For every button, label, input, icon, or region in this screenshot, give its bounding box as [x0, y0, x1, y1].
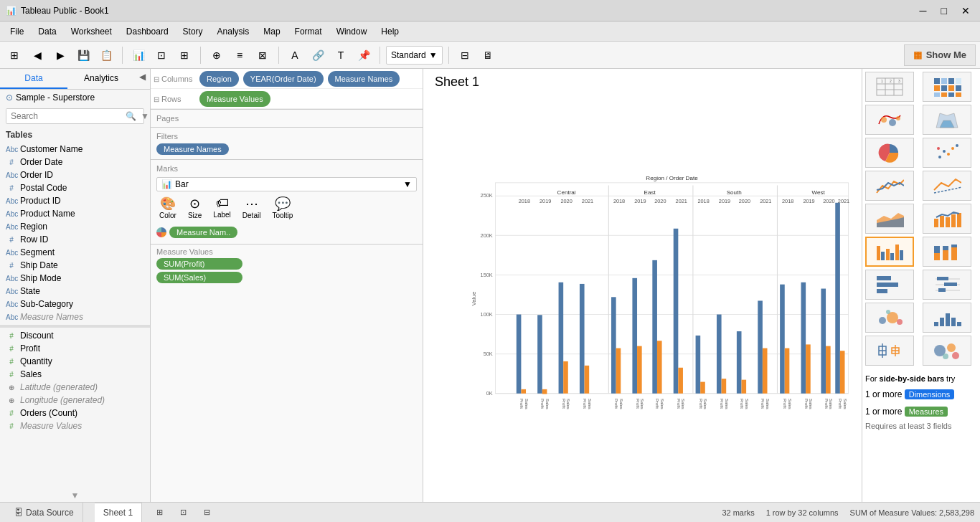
duplicate-sheet-btn[interactable]: ⊡ — [177, 506, 189, 518]
toolbar-pin-btn[interactable]: 📌 — [354, 45, 374, 65]
field-ship-date[interactable]: # Ship Date — [0, 259, 150, 272]
field-order-id[interactable]: Abc Order ID — [0, 169, 150, 181]
field-customer-name[interactable]: Abc Customer Name — [0, 143, 150, 156]
field-measure-names[interactable]: Abc Measure Names — [0, 310, 150, 323]
toolbar-fix-btn[interactable]: ≡ — [230, 45, 250, 65]
search-bar[interactable]: 🔍 ▼ ⊞ — [6, 108, 144, 124]
menu-worksheet[interactable]: Worksheet — [64, 24, 119, 39]
chart-type-gantt[interactable] — [923, 270, 971, 300]
search-input[interactable] — [6, 109, 123, 123]
chart-type-heatmap[interactable] — [923, 72, 971, 102]
toolbar-device-btn[interactable]: 🖥 — [478, 45, 498, 65]
close-panel-btn[interactable]: ◀ — [135, 69, 150, 89]
field-sales[interactable]: # Sales — [0, 368, 150, 381]
field-state[interactable]: Abc State — [0, 285, 150, 298]
remove-sheet-btn[interactable]: ⊟ — [201, 506, 213, 518]
toolbar-back-btn[interactable]: ◀ — [27, 45, 47, 65]
field-order-date[interactable]: # Order Date — [0, 156, 150, 169]
toolbar-saveas-btn[interactable]: 📋 — [96, 45, 116, 65]
field-longitude[interactable]: ⊕ Longitude (generated) — [0, 394, 150, 407]
columns-pill-measures[interactable]: Measure Names — [328, 71, 400, 87]
show-me-button[interactable]: ▦ Show Me — [904, 44, 976, 66]
toolbar-highlight-btn[interactable]: A — [285, 45, 305, 65]
field-product-id[interactable]: Abc Product ID — [0, 194, 150, 207]
marks-type-dropdown[interactable]: 📊 Bar ▼ — [156, 177, 417, 191]
filter-pill-measure-names[interactable]: Measure Names — [156, 143, 229, 155]
menu-file[interactable]: File — [3, 24, 31, 39]
toolbar-connect-btn[interactable]: ⊕ — [207, 45, 227, 65]
chart-type-text-table[interactable]: 1 2 3 — [865, 72, 914, 102]
chart-type-dual-combo[interactable] — [923, 204, 971, 234]
toolbar-link-btn[interactable]: 🔗 — [308, 45, 328, 65]
toolbar-text-btn[interactable]: T — [331, 45, 351, 65]
marks-measure-pill[interactable]: Measure Nam.. — [169, 227, 237, 238]
menu-analysis[interactable]: Analysis — [210, 24, 257, 39]
chart-type-pie[interactable] — [865, 138, 914, 168]
field-region[interactable]: Abc Region — [0, 220, 150, 233]
rows-pill-values[interactable]: Measure Values — [199, 91, 270, 107]
chart-type-box-whisker[interactable] — [865, 336, 914, 366]
standard-dropdown[interactable]: Standard ▼ — [386, 46, 443, 65]
field-ship-mode[interactable]: Abc Ship Mode — [0, 272, 150, 285]
filter-icon[interactable]: ▼ — [139, 111, 151, 121]
add-sheet-btn[interactable]: ⊞ — [154, 506, 166, 518]
marks-size-btn[interactable]: ⊙ Size — [185, 194, 204, 221]
menu-window[interactable]: Window — [329, 24, 374, 39]
toolbar-save-btn[interactable]: 💾 — [73, 45, 93, 65]
toolbar-arrange-btn[interactable]: ⊠ — [253, 45, 273, 65]
tab-data[interactable]: Data — [0, 69, 67, 89]
toolbar-swap-btn[interactable]: ⊡ — [151, 45, 171, 65]
chart-type-histogram[interactable] — [923, 303, 971, 333]
chart-type-packed-bubbles[interactable] — [923, 336, 971, 366]
menu-map[interactable]: Map — [256, 24, 287, 39]
toolbar-layout-btn[interactable]: ⊟ — [455, 45, 475, 65]
marks-label-btn[interactable]: 🏷 Label — [210, 194, 233, 221]
toolbar-sep-1 — [122, 47, 123, 64]
chart-type-filled-map[interactable] — [923, 105, 971, 135]
chart-type-symbol-map[interactable] — [865, 105, 914, 135]
chart-type-dual-line[interactable] — [923, 171, 971, 201]
field-quantity[interactable]: # Quantity — [0, 355, 150, 368]
field-segment[interactable]: Abc Segment — [0, 246, 150, 259]
sheet1-tab[interactable]: Sheet 1 — [95, 503, 142, 523]
toolbar-sort-btn[interactable]: ⊞ — [174, 45, 194, 65]
marks-color-btn[interactable]: 🎨 Color — [156, 194, 179, 221]
columns-pill-region[interactable]: Region — [199, 71, 239, 87]
field-orders-count[interactable]: # Orders (Count) — [0, 407, 150, 419]
menu-dashboard[interactable]: Dashboard — [119, 24, 176, 39]
menu-data[interactable]: Data — [31, 24, 63, 39]
field-measure-values[interactable]: # Measure Values — [0, 419, 150, 432]
window-controls[interactable]: ─ □ ✕ — [915, 4, 974, 18]
menu-help[interactable]: Help — [374, 24, 406, 39]
chart-type-side-by-side-bars[interactable] — [865, 237, 914, 267]
chart-type-line[interactable] — [865, 171, 914, 201]
chart-type-horizontal-bars[interactable] — [865, 270, 914, 300]
maximize-btn[interactable]: □ — [937, 4, 951, 18]
toolbar-forward-btn[interactable]: ▶ — [50, 45, 70, 65]
field-product-name[interactable]: Abc Product Name — [0, 207, 150, 220]
chart-type-scatter[interactable] — [923, 138, 971, 168]
field-sub-category[interactable]: Abc Sub-Category — [0, 298, 150, 310]
field-latitude[interactable]: ⊕ Latitude (generated) — [0, 381, 150, 394]
chart-type-stacked-bars[interactable] — [923, 237, 971, 267]
field-discount[interactable]: # Discount — [0, 329, 150, 342]
marks-tooltip-btn[interactable]: 💬 Tooltip — [269, 194, 296, 221]
toolbar-grid-btn[interactable]: ⊞ — [4, 45, 24, 65]
field-row-id[interactable]: # Row ID — [0, 233, 150, 246]
marks-detail-btn[interactable]: ⋯ Detail — [240, 194, 264, 221]
menu-format[interactable]: Format — [288, 24, 329, 39]
menu-story[interactable]: Story — [176, 24, 210, 39]
chart-type-area[interactable] — [865, 204, 914, 234]
sum-profit-pill[interactable]: SUM(Profit) — [156, 258, 242, 270]
datasource-tab[interactable]: 🗄 Data Source — [6, 503, 83, 523]
close-btn[interactable]: ✕ — [957, 4, 974, 18]
columns-pill-year[interactable]: YEAR(Order Date) — [243, 71, 324, 87]
field-postal-code[interactable]: # Postal Code — [0, 181, 150, 194]
field-profit[interactable]: # Profit — [0, 342, 150, 355]
marks-section: Marks 📊 Bar ▼ 🎨 Color ⊙ Size 🏷 Label — [151, 160, 423, 245]
minimize-btn[interactable]: ─ — [915, 4, 931, 18]
tab-analytics[interactable]: Analytics — [67, 69, 135, 89]
toolbar-chart-btn[interactable]: 📊 — [128, 45, 149, 65]
sum-sales-pill[interactable]: SUM(Sales) — [156, 272, 242, 283]
chart-type-bubble[interactable] — [865, 303, 914, 333]
